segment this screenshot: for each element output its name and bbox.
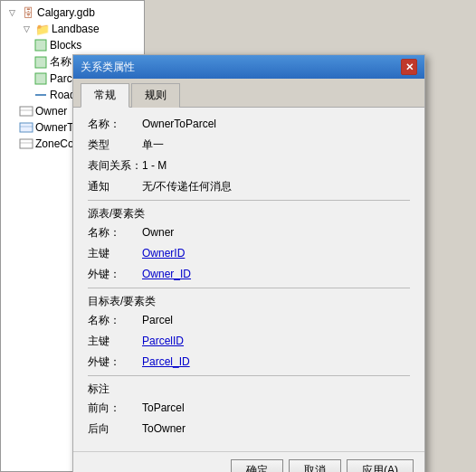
relationship-dialog: 关系类属性 ✕ 常规 规则 名称： OwnerToParcel 类型 单一 表间…: [72, 54, 425, 472]
field-row-type: 类型 单一: [88, 137, 410, 153]
dialog-tabs: 常规 规则: [73, 79, 424, 108]
field-row-forward: 前向： ToParcel: [88, 401, 410, 416]
backward-label: 后向: [88, 421, 142, 437]
tree-item-blocks[interactable]: Blocks: [33, 37, 140, 53]
divider-2: [88, 288, 410, 288]
backward-value: ToOwner: [142, 422, 186, 435]
tree-label-root: Calgary.gdb: [37, 6, 95, 19]
expand-icon-landbase: ▽: [19, 22, 33, 36]
notify-label: 通知: [88, 179, 142, 194]
field-row-relation: 表间关系： 1 - M: [88, 158, 410, 174]
layer-icon-building: [33, 55, 48, 70]
src-pk-label: 主键: [88, 246, 142, 261]
ok-button[interactable]: 确定: [231, 459, 283, 472]
relation-label: 表间关系：: [88, 158, 142, 174]
tree-label-owner: Owner: [35, 105, 67, 118]
table-icon-zonecodedesc: [19, 137, 33, 151]
layer-icon-road: [33, 88, 48, 102]
field-row-dest-fk: 外键： Parcel_ID: [88, 354, 410, 370]
table-icon-owner: [19, 104, 33, 118]
svg-rect-6: [20, 123, 33, 132]
dest-name-label: 名称：: [88, 313, 142, 328]
forward-value: ToParcel: [142, 401, 185, 414]
label-section-header: 标注: [88, 382, 410, 397]
field-row-src-name: 名称： Owner: [88, 225, 410, 241]
field-row-name: 名称： OwnerToParcel: [88, 117, 410, 132]
dialog-title: 关系类属性: [81, 60, 135, 75]
type-label: 类型: [88, 137, 142, 153]
close-button[interactable]: ✕: [401, 59, 417, 75]
src-fk-value[interactable]: Owner_ID: [142, 268, 191, 280]
field-row-dest-name: 名称： Parcel: [88, 313, 410, 328]
folder-icon-landbase: 📁: [35, 22, 50, 36]
type-value: 单一: [142, 137, 164, 153]
tab-rules[interactable]: 规则: [131, 83, 180, 108]
divider-3: [88, 375, 410, 376]
dest-name-value: Parcel: [142, 314, 173, 326]
dialog-content: 名称： OwnerToParcel 类型 单一 表间关系： 1 - M 通知 无…: [73, 108, 424, 451]
relation-value: 1 - M: [142, 159, 167, 172]
tab-general[interactable]: 常规: [81, 83, 129, 108]
svg-rect-8: [20, 139, 33, 148]
layer-icon-parcels: [33, 71, 48, 86]
field-row-src-pk: 主键 OwnerID: [88, 246, 410, 261]
layer-icon-blocks: [33, 38, 48, 52]
cancel-button[interactable]: 取消: [289, 459, 341, 472]
dialog-button-bar: 确定 取消 应用(A): [73, 451, 424, 472]
dest-pk-label: 主键: [88, 334, 142, 349]
dest-section-header: 目标表/要素类: [88, 294, 410, 309]
svg-rect-2: [35, 73, 46, 84]
dialog-titlebar: 关系类属性 ✕: [73, 55, 424, 79]
svg-rect-1: [35, 57, 46, 68]
tree-label-landbase: Landbase: [52, 23, 100, 35]
svg-rect-0: [35, 40, 46, 51]
field-row-dest-pk: 主键 ParcelID: [88, 334, 410, 349]
src-fk-label: 外键：: [88, 267, 142, 282]
source-section-header: 源表/要素类: [88, 206, 410, 222]
dest-fk-label: 外键：: [88, 354, 142, 370]
field-row-notify: 通知 无/不传递任何消息: [88, 179, 410, 194]
dest-pk-value[interactable]: ParcelID: [142, 335, 184, 347]
src-pk-value[interactable]: OwnerID: [142, 247, 185, 260]
src-name-label: 名称：: [88, 225, 142, 241]
svg-rect-4: [20, 107, 33, 116]
apply-button[interactable]: 应用(A): [347, 459, 414, 472]
field-row-backward: 后向 ToOwner: [88, 421, 410, 437]
field-row-src-fk: 外键： Owner_ID: [88, 267, 410, 282]
tree-label-blocks: Blocks: [50, 39, 81, 52]
db-icon: 🗄: [21, 5, 35, 20]
name-label: 名称：: [88, 117, 142, 132]
dest-fk-value[interactable]: Parcel_ID: [142, 355, 190, 368]
expand-icon: ▽: [5, 5, 19, 20]
src-name-value: Owner: [142, 226, 174, 239]
relation-icon-ownertoparcel: [19, 120, 33, 135]
notify-value: 无/不传递任何消息: [142, 179, 232, 194]
divider-1: [88, 200, 410, 201]
name-value: OwnerToParcel: [142, 118, 216, 130]
tree-item-root[interactable]: ▽ 🗄 Calgary.gdb: [5, 5, 140, 21]
tree-item-landbase[interactable]: ▽ 📁 Landbase: [19, 21, 140, 37]
forward-label: 前向：: [88, 401, 142, 416]
